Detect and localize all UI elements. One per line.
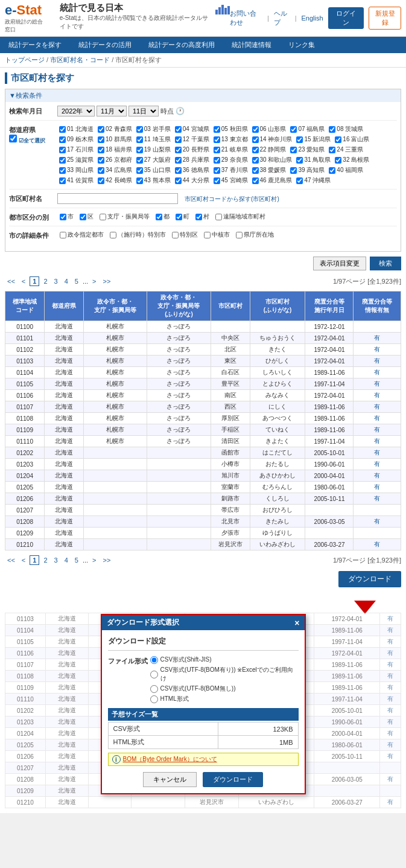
search-toggle[interactable]: ▼検索条件 [5,89,401,102]
pref-checkbox[interactable]: 18 福井県 [98,145,132,154]
pref-checkbox[interactable]: 41 佐賀県 [59,176,94,185]
pref-checkbox[interactable]: 11 埼玉県 [136,135,171,144]
page-last[interactable]: >> [101,277,113,286]
download-button[interactable]: ダウンロード [338,571,401,587]
format-csv-utf8-bom[interactable]: CSV形式(UTF-8(BOM有り)) ※Excelでのご利用向け [150,666,299,683]
page-prev-bot[interactable]: < [19,556,28,564]
pref-checkbox[interactable]: 25 滋賀県 [59,156,94,164]
page-4[interactable]: 4 [62,277,71,286]
pref-checkbox[interactable]: 30 和歌山県 [252,156,293,164]
pref-checkbox[interactable]: 34 広島県 [98,166,132,174]
page-5[interactable]: 5 [72,277,81,286]
pref-checkbox[interactable]: 01 北海道 [59,125,94,133]
pref-checkbox[interactable]: 37 香川県 [214,166,248,174]
pref-checkbox[interactable]: 38 愛媛県 [252,166,287,174]
pref-checkbox[interactable]: 40 福岡県 [329,166,363,174]
pref-checkbox[interactable]: 10 群馬県 [98,135,132,144]
type-branch[interactable]: 支庁・振興局等 [100,212,150,221]
page-current[interactable]: 1 [30,276,39,286]
breadcrumb-mid[interactable]: 市区町村名・コード [50,56,110,63]
page-next[interactable]: > [90,277,98,286]
page-2-bot[interactable]: 2 [41,556,49,564]
modal-download-button[interactable]: ダウンロード [203,772,263,787]
pref-checkbox[interactable]: 45 宮崎県 [214,176,248,185]
pref-checkbox[interactable]: 20 長野県 [175,145,209,154]
pref-checkbox[interactable]: 47 沖縄県 [296,176,331,185]
pref-checkbox[interactable]: 31 鳥取県 [296,156,331,164]
format-csv-sjis[interactable]: CSV形式(Shift-JIS) [150,656,299,664]
page-last-bot[interactable]: >> [101,556,113,564]
page-3[interactable]: 3 [52,277,60,286]
pref-checkbox[interactable]: 24 三重県 [329,145,363,154]
pref-checkbox[interactable]: 12 千葉県 [175,135,209,144]
pref-checkbox[interactable]: 13 東京都 [214,135,248,144]
nav-item-related[interactable]: 統計関連情報 [223,37,280,53]
page-current-bot[interactable]: 1 [30,555,39,565]
page-next-bot[interactable]: > [90,556,98,564]
pref-checkbox[interactable]: 15 新潟県 [296,135,331,144]
type-village[interactable]: 村 [195,212,209,221]
register-button[interactable]: 新規登録 [369,7,401,30]
nav-item-advanced[interactable]: 統計データの高度利用 [140,37,223,53]
pref-checkbox[interactable]: 07 福島県 [290,125,325,133]
pref-checkbox[interactable]: 43 熊本県 [136,176,171,185]
detail-special-ward[interactable]: 特別区 [172,231,198,239]
pref-checkbox[interactable]: 29 奈良県 [214,156,248,164]
pref-checkbox[interactable]: 21 岐阜県 [214,145,248,154]
page-prev[interactable]: < [19,277,28,286]
pref-checkbox[interactable]: 39 高知県 [290,166,325,174]
detail-special-city[interactable]: （施行時）特別市 [110,231,166,239]
pref-checkbox[interactable]: 46 鹿児島県 [252,176,293,185]
pref-checkbox[interactable]: 08 茨城県 [329,125,363,133]
bom-note-link[interactable]: BOM（Byte Order Mark）について [123,755,217,764]
page-first[interactable]: << [5,277,17,286]
page-2[interactable]: 2 [41,277,49,286]
pref-checkbox[interactable]: 17 石川県 [59,145,94,154]
pref-checkbox[interactable]: 27 大阪府 [136,156,171,164]
display-change-button[interactable]: 表示項目変更 [313,257,366,270]
type-city[interactable]: 市 [60,212,74,221]
pref-checkbox[interactable]: 09 栃木県 [59,135,94,144]
login-button[interactable]: ログイン [328,7,364,29]
day-select[interactable]: 11日 [128,106,159,116]
pref-checkbox[interactable]: 35 山口県 [136,166,171,174]
pref-checkbox[interactable]: 05 秋田県 [214,125,248,133]
city-code-link[interactable]: 市区町村コードから探す(市区町村) [185,196,279,202]
pref-checkbox[interactable]: 19 山梨県 [136,145,171,154]
type-metro[interactable]: 都 [156,212,170,221]
city-name-input[interactable] [57,193,178,204]
pref-checkbox[interactable]: 03 岩手県 [136,125,171,133]
page-5-bot[interactable]: 5 [72,556,81,564]
english-link[interactable]: English [301,14,323,22]
month-select[interactable]: 11月 [97,106,127,116]
inquiry-link[interactable]: お問い合わせ [230,9,262,27]
type-ward[interactable]: 区 [80,212,94,221]
pref-checkbox[interactable]: 06 山形県 [252,125,287,133]
pref-checkbox[interactable]: 22 静岡県 [252,145,287,154]
nav-item-links[interactable]: リンク集 [280,37,323,53]
modal-close-button[interactable]: × [294,618,299,628]
search-button[interactable]: 検索 [370,257,401,270]
pref-checkbox[interactable]: 04 宮城県 [175,125,209,133]
pref-checkbox[interactable]: 33 岡山県 [59,166,94,174]
pref-checkbox[interactable]: 42 長崎県 [98,176,132,185]
nav-item-stats[interactable]: 統計データを探す [0,37,70,53]
detail-pref-capital[interactable]: 県庁所在地 [236,231,274,239]
pref-checkbox[interactable]: 02 青森県 [98,125,132,133]
type-town[interactable]: 町 [176,212,189,221]
pref-checkbox[interactable]: 26 京都府 [98,156,132,164]
modal-cancel-button[interactable]: キャンセル [143,772,197,787]
help-link[interactable]: ヘルプ [274,9,290,27]
pref-checkbox[interactable]: 32 島根県 [335,156,369,164]
breadcrumb-top[interactable]: トップページ [5,56,45,63]
pref-checkbox[interactable]: 23 愛知県 [290,145,325,154]
pref-checkbox[interactable]: 16 富山県 [335,135,369,144]
pref-checkbox[interactable]: 14 神奈川県 [252,135,293,144]
select-all-link[interactable]: ☑全て選択 [9,135,57,145]
page-first-bot[interactable]: << [5,556,17,564]
detail-designated[interactable]: 政令指定都市 [60,231,104,239]
page-3-bot[interactable]: 3 [52,556,60,564]
format-csv-utf8-nobom[interactable]: CSV形式(UTF-8(BOM無し)) [150,685,299,693]
pref-checkbox[interactable]: 36 徳島県 [175,166,209,174]
nav-item-use[interactable]: 統計データの活用 [70,37,140,53]
